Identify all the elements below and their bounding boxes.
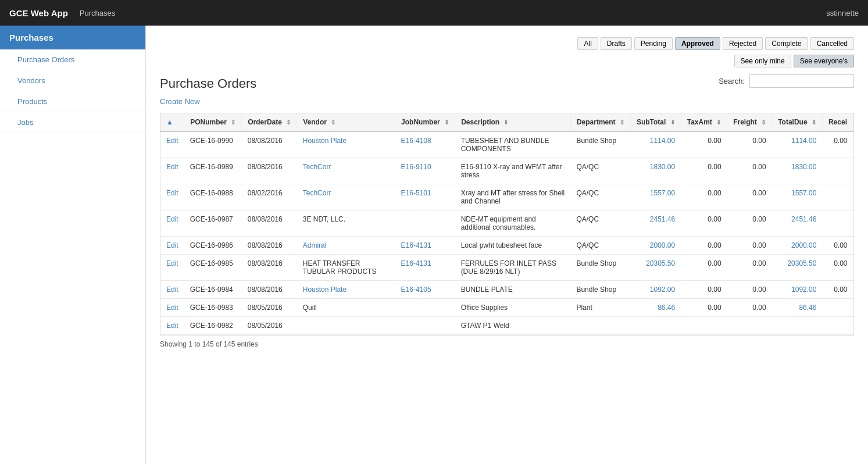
cell-total-4: 2000.00	[772, 237, 823, 255]
subtotal-1[interactable]: 1830.00	[650, 163, 675, 171]
totaldue-4[interactable]: 2000.00	[791, 241, 816, 249]
filter-drafts[interactable]: Drafts	[601, 37, 632, 50]
col-totaldue[interactable]: TotalDue ⇕	[772, 113, 823, 131]
edit-link-7[interactable]: Edit	[166, 304, 178, 312]
col-taxamt[interactable]: TaxAmt ⇕	[681, 113, 727, 131]
cell-tax-4: 0.00	[681, 237, 727, 255]
job-6[interactable]: E16-4105	[401, 285, 431, 294]
filter-cancelled[interactable]: Cancelled	[810, 37, 854, 50]
vendor-0[interactable]: Houston Plate	[303, 137, 347, 145]
cell-job-8	[395, 317, 455, 335]
subtotal-0[interactable]: 1114.00	[650, 137, 675, 145]
cell-freight-8	[727, 317, 772, 335]
edit-link-3[interactable]: Edit	[166, 215, 178, 223]
showing-entries: Showing 1 to 145 of 145 entries	[160, 340, 258, 348]
totaldue-7[interactable]: 86.46	[799, 304, 816, 312]
col-sort[interactable]: ▲	[160, 113, 184, 131]
cell-desc-2: Xray and MT after stress for Shell and C…	[455, 184, 571, 210]
edit-link-0[interactable]: Edit	[166, 137, 178, 145]
page-title-area: Purchase Orders	[160, 76, 256, 91]
col-received[interactable]: Recei	[822, 113, 853, 131]
vendor-7: Quill	[303, 304, 317, 312]
edit-link-8[interactable]: Edit	[166, 322, 178, 330]
search-area: Search:	[719, 74, 854, 88]
cell-subtotal-8	[630, 317, 681, 335]
cell-total-2: 1557.00	[772, 184, 823, 210]
col-subtotal[interactable]: SubTotal ⇕	[630, 113, 681, 131]
table-header-row: ▲ PONumber ⇕ OrderDate ⇕ Vendor ⇕ JobNum…	[160, 113, 853, 131]
cell-recv-8	[822, 317, 853, 335]
table-footer: Showing 1 to 145 of 145 entries	[160, 340, 854, 348]
subtotal-6[interactable]: 1092.00	[650, 285, 675, 294]
cell-dept-3: QA/QC	[570, 210, 630, 237]
vendor-2[interactable]: TechCorr	[303, 189, 331, 197]
cell-freight-2: 0.00	[727, 184, 772, 210]
sidebar-item-jobs[interactable]: Jobs	[0, 112, 145, 133]
sidebar-item-vendors[interactable]: Vendors	[0, 70, 145, 91]
view-everyone-button[interactable]: See everyone's	[794, 55, 854, 67]
cell-recv-0: 0.00	[822, 131, 853, 158]
filter-complete[interactable]: Complete	[765, 37, 808, 50]
totaldue-6[interactable]: 1092.00	[791, 285, 816, 294]
col-order-date[interactable]: OrderDate ⇕	[242, 113, 297, 131]
cell-freight-0: 0.00	[727, 131, 772, 158]
subtotal-5[interactable]: 20305.50	[646, 259, 675, 267]
col-freight[interactable]: Freight ⇕	[727, 113, 772, 131]
view-mine-button[interactable]: See only mine	[734, 55, 791, 67]
sidebar-item-products[interactable]: Products	[0, 91, 145, 112]
cell-freight-4: 0.00	[727, 237, 772, 255]
col-description[interactable]: Description ⇕	[455, 113, 571, 131]
cell-desc-6: BUNDLE PLATE	[455, 281, 571, 299]
cell-recv-1	[822, 158, 853, 184]
search-label: Search:	[719, 77, 745, 85]
cell-dept-1: QA/QC	[570, 158, 630, 184]
job-4[interactable]: E16-4131	[401, 241, 431, 249]
cell-edit-0: Edit	[160, 131, 184, 158]
totaldue-1[interactable]: 1830.00	[791, 163, 816, 171]
sidebar-item-purchase-orders[interactable]: Purchase Orders	[0, 49, 145, 70]
vendor-4[interactable]: Admiral	[303, 241, 327, 249]
cell-po-1: GCE-16-0989	[184, 158, 242, 184]
filter-pending[interactable]: Pending	[634, 37, 673, 50]
sidebar-header: Purchases	[0, 26, 145, 49]
edit-link-4[interactable]: Edit	[166, 241, 178, 249]
filter-all[interactable]: All	[577, 37, 598, 50]
cell-date-1: 08/08/2016	[242, 158, 297, 184]
subtotal-4[interactable]: 2000.00	[650, 241, 675, 249]
totaldue-3[interactable]: 2451.46	[791, 215, 816, 223]
totaldue-5[interactable]: 20305.50	[787, 259, 816, 267]
subtotal-3[interactable]: 2451.46	[650, 215, 675, 223]
col-department[interactable]: Department ⇕	[570, 113, 630, 131]
cell-total-5: 20305.50	[772, 255, 823, 281]
col-po-number[interactable]: PONumber ⇕	[184, 113, 242, 131]
cell-job-7	[395, 299, 455, 317]
col-vendor[interactable]: Vendor ⇕	[297, 113, 395, 131]
job-0[interactable]: E16-4108	[401, 137, 431, 145]
cell-date-6: 08/08/2016	[242, 281, 297, 299]
job-2[interactable]: E16-5101	[401, 189, 431, 197]
vendor-6[interactable]: Houston Plate	[303, 285, 347, 294]
cell-total-0: 1114.00	[772, 131, 823, 158]
table-wrapper: ▲ PONumber ⇕ OrderDate ⇕ Vendor ⇕ JobNum…	[160, 113, 854, 335]
job-5[interactable]: E16-4131	[401, 259, 431, 267]
edit-link-5[interactable]: Edit	[166, 259, 178, 267]
vendor-1[interactable]: TechCorr	[303, 163, 331, 171]
cell-date-0: 08/08/2016	[242, 131, 297, 158]
edit-link-6[interactable]: Edit	[166, 285, 178, 294]
filter-rejected[interactable]: Rejected	[723, 37, 763, 50]
subtotal-7[interactable]: 86.46	[658, 304, 675, 312]
create-new-link[interactable]: Create New	[160, 97, 200, 106]
cell-job-1: E16-9110	[395, 158, 455, 184]
totaldue-2[interactable]: 1557.00	[791, 189, 816, 197]
job-1[interactable]: E16-9110	[401, 163, 431, 171]
col-job-number[interactable]: JobNumber ⇕	[395, 113, 455, 131]
search-input[interactable]	[749, 74, 854, 88]
cell-job-3	[395, 210, 455, 237]
totaldue-0[interactable]: 1114.00	[791, 137, 816, 145]
nav-purchases-link[interactable]: Purchases	[80, 9, 115, 17]
edit-link-1[interactable]: Edit	[166, 163, 178, 171]
subtotal-2[interactable]: 1557.00	[650, 189, 675, 197]
edit-link-2[interactable]: Edit	[166, 189, 178, 197]
filter-approved[interactable]: Approved	[675, 37, 720, 50]
cell-tax-8	[681, 317, 727, 335]
